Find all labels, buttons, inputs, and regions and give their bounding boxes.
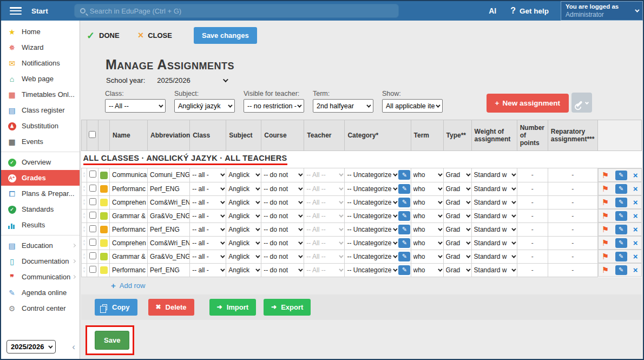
- type-select[interactable]: Grad: [446, 239, 469, 247]
- abbreviation-input[interactable]: Perf_ENG: [148, 222, 190, 236]
- weight-select[interactable]: Standard w: [474, 226, 515, 233]
- edit-category-button[interactable]: ✎: [398, 198, 410, 207]
- term-select[interactable]: who: [413, 185, 441, 193]
- color-swatch[interactable]: [100, 172, 108, 179]
- course-select[interactable]: -- do not: [264, 171, 301, 179]
- flag-icon[interactable]: ⚑: [602, 184, 609, 194]
- drag-handle[interactable]: ˄˅: [82, 209, 87, 222]
- name-input[interactable]: Grammar &: [110, 209, 148, 222]
- color-swatch[interactable]: [100, 253, 108, 260]
- sidebar-collapse-arrow[interactable]: ‹: [72, 342, 75, 351]
- type-select[interactable]: Grad: [446, 212, 469, 220]
- course-select[interactable]: -- do not: [264, 212, 301, 220]
- teacher-select[interactable]: -- All --: [306, 212, 342, 220]
- row-checkbox[interactable]: [89, 185, 96, 192]
- drag-handle[interactable]: ˄˅: [82, 195, 87, 209]
- delete-button[interactable]: ✖Delete: [148, 299, 194, 316]
- term-select[interactable]: who: [413, 171, 441, 179]
- weight-select[interactable]: Standard w: [474, 253, 515, 260]
- subject-select[interactable]: Anglick: [228, 199, 259, 206]
- term-select[interactable]: who: [413, 266, 441, 274]
- sidebar-item-results[interactable]: Results: [1, 217, 80, 233]
- category-select[interactable]: -- Uncategorize: [347, 199, 396, 206]
- name-input[interactable]: Communica: [110, 168, 148, 182]
- save-changes-button[interactable]: Save changes: [194, 27, 257, 44]
- subject-select[interactable]: Anglick: [228, 239, 259, 247]
- delete-row-button[interactable]: ×: [633, 198, 638, 207]
- class-select[interactable]: -- all -: [192, 199, 224, 206]
- delete-row-button[interactable]: ×: [633, 252, 638, 261]
- term-select[interactable]: who: [413, 239, 441, 247]
- drag-handle[interactable]: ˄˅: [82, 263, 87, 277]
- sidebar-item-communication[interactable]: ❞Communication: [1, 269, 80, 285]
- drag-handle[interactable]: ˄˅: [82, 168, 87, 182]
- close-button[interactable]: ×CLOSE: [138, 30, 172, 41]
- subject-select[interactable]: Anglick: [228, 226, 259, 233]
- edit-row-button[interactable]: ✎: [615, 198, 627, 207]
- abbreviation-input[interactable]: Gra&Vo_ENG: [148, 209, 190, 222]
- teacher-select[interactable]: -- All --: [306, 226, 342, 233]
- edit-category-button[interactable]: ✎: [398, 184, 410, 194]
- class-select[interactable]: -- all -: [192, 171, 224, 179]
- filter-class-select[interactable]: -- All --: [105, 99, 166, 113]
- abbreviation-input[interactable]: Perf_ENG: [148, 263, 190, 277]
- category-select[interactable]: -- Uncategorize: [347, 253, 396, 260]
- delete-row-button[interactable]: ×: [633, 184, 638, 193]
- weight-select[interactable]: Standard w: [474, 239, 515, 247]
- category-select[interactable]: -- Uncategorize: [347, 171, 396, 179]
- done-button[interactable]: ✓DONE: [87, 30, 120, 42]
- delete-row-button[interactable]: ×: [633, 238, 638, 247]
- class-select[interactable]: -- all -: [192, 253, 224, 260]
- row-checkbox[interactable]: [89, 266, 96, 273]
- select-all-checkbox[interactable]: [89, 131, 96, 138]
- course-select[interactable]: -- do not: [264, 239, 301, 247]
- teacher-select[interactable]: -- All --: [306, 239, 342, 247]
- teacher-select[interactable]: -- All --: [306, 199, 342, 206]
- subject-select[interactable]: Anglick: [228, 253, 259, 260]
- subject-select[interactable]: Anglick: [228, 171, 259, 179]
- class-select[interactable]: -- all -: [192, 212, 224, 220]
- ai-button[interactable]: AI: [489, 6, 496, 15]
- sidebar-item-agenda-online[interactable]: ✎Agenda online: [1, 285, 80, 300]
- drag-handle[interactable]: ˄˅: [82, 222, 87, 236]
- edit-row-button[interactable]: ✎: [615, 184, 627, 194]
- edit-row-button[interactable]: ✎: [615, 211, 627, 221]
- sidebar-item-overview[interactable]: ✓Overview: [1, 154, 80, 170]
- flag-icon[interactable]: ⚑: [602, 252, 609, 261]
- term-select[interactable]: who: [413, 226, 441, 233]
- abbreviation-input[interactable]: Com&Wri_EN: [148, 195, 190, 209]
- add-row-button[interactable]: +Add row: [111, 281, 642, 290]
- term-select[interactable]: who: [413, 253, 441, 260]
- delete-row-button[interactable]: ×: [633, 265, 638, 274]
- row-checkbox[interactable]: [89, 239, 96, 246]
- category-select[interactable]: -- Uncategorize: [347, 185, 396, 193]
- type-select[interactable]: Grad: [446, 266, 469, 274]
- sidebar-item-web-page[interactable]: ⌂Web page: [1, 71, 80, 87]
- abbreviation-input[interactable]: Com&Wri_EN: [148, 236, 190, 250]
- logged-as-dropdown[interactable]: You are logged as Administrator: [561, 1, 643, 21]
- abbreviation-input[interactable]: Perf_ENG: [148, 182, 190, 195]
- type-select[interactable]: Grad: [446, 199, 469, 206]
- teacher-select[interactable]: -- All --: [306, 185, 342, 193]
- global-search[interactable]: [74, 4, 399, 18]
- row-checkbox[interactable]: [89, 252, 96, 259]
- color-swatch[interactable]: [100, 212, 108, 220]
- weight-select[interactable]: Standard w: [474, 266, 515, 274]
- sidebar-item-timetables[interactable]: ▦Timetables Onl...: [1, 87, 80, 102]
- drag-handle[interactable]: ˄˅: [82, 236, 87, 250]
- term-select[interactable]: who: [413, 199, 441, 206]
- color-swatch[interactable]: [100, 185, 108, 193]
- edit-row-button[interactable]: ✎: [615, 225, 627, 234]
- flag-icon[interactable]: ⚑: [602, 225, 609, 234]
- sidebar-item-substitution[interactable]: ♟Substitution: [1, 118, 80, 134]
- edit-category-button[interactable]: ✎: [398, 170, 410, 180]
- tools-dropdown-button[interactable]: [571, 93, 592, 113]
- sidebar-item-notifications[interactable]: ✉Notifications: [1, 55, 80, 71]
- get-help-button[interactable]: ? Get help: [510, 6, 549, 16]
- flag-icon[interactable]: ⚑: [602, 171, 609, 180]
- delete-row-button[interactable]: ×: [633, 171, 638, 180]
- category-select[interactable]: -- Uncategorize: [347, 226, 396, 233]
- subject-select[interactable]: Anglick: [228, 266, 259, 274]
- sidebar-item-grades[interactable]: A⁺Grades: [1, 170, 80, 186]
- term-select[interactable]: who: [413, 212, 441, 220]
